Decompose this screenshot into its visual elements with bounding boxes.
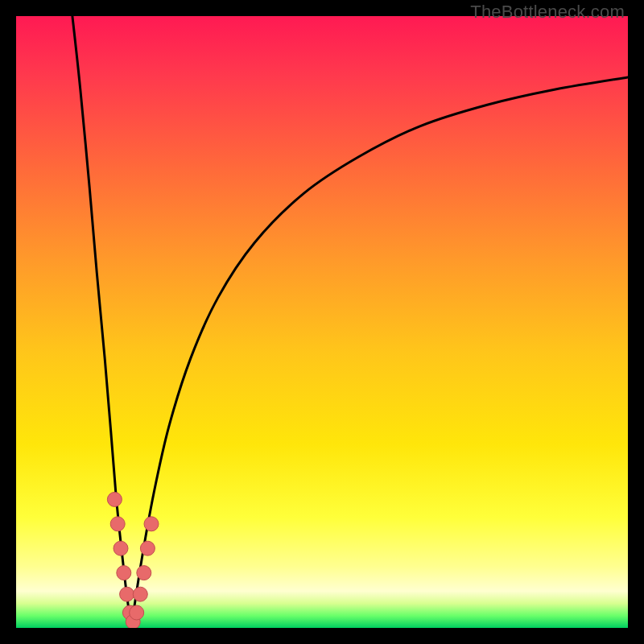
marker-dot (120, 587, 134, 601)
right-curve (131, 77, 628, 628)
curves-svg (16, 16, 628, 628)
left-curve (72, 16, 131, 628)
plot-area (16, 16, 628, 628)
marker-dot (130, 605, 144, 620)
marker-dot (110, 517, 125, 531)
marker-dot (133, 587, 147, 601)
marker-dot (137, 566, 151, 580)
watermark-text: TheBottleneck.com (470, 2, 625, 23)
chart-frame: TheBottleneck.com (0, 0, 644, 644)
marker-dot (114, 541, 128, 555)
marker-dot (144, 517, 159, 531)
marker-dot (117, 566, 131, 580)
marker-dot (140, 541, 155, 555)
marker-dot (107, 492, 122, 506)
